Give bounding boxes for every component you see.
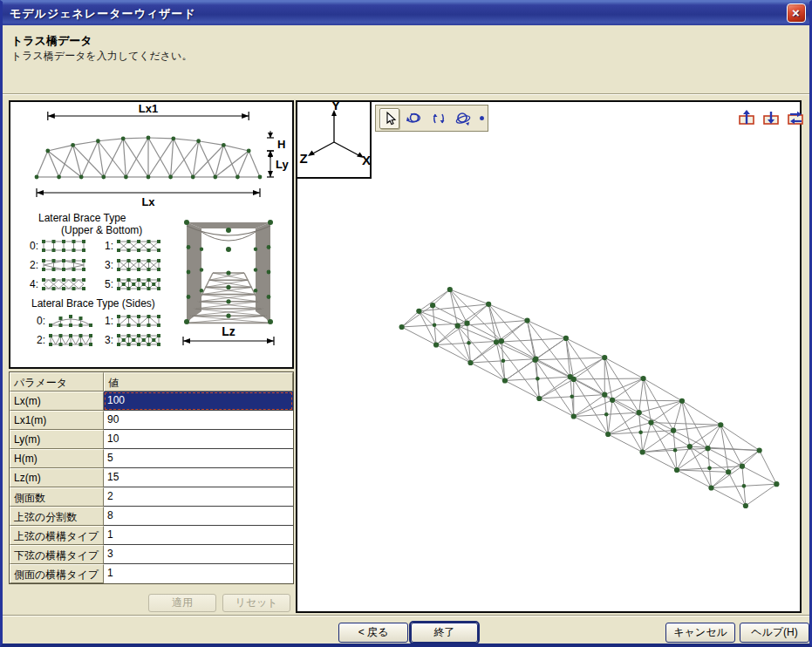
brace-type-icon: [116, 276, 161, 291]
select-cursor-button[interactable]: [379, 108, 399, 129]
page-subtitle: トラス橋データを入力してください。: [11, 49, 192, 64]
brace-type-icon: [41, 238, 86, 253]
cancel-button[interactable]: キャンセル: [665, 623, 735, 643]
wizard-header: トラス橋データ トラス橋データを入力してください。: [3, 25, 809, 95]
brace-sides-option-2: 2:: [33, 332, 93, 347]
rotate-dynamic-icon: [454, 109, 473, 128]
table-row: Lx(m)100: [10, 392, 293, 411]
svg-text:Ly: Ly: [276, 158, 289, 171]
schematic-panel: Lx1LxHLy Lateral Brace Type (Upper & Bot…: [9, 100, 294, 369]
param-label-cell[interactable]: Ly(m): [10, 430, 104, 449]
brace-option-label: 3:: [101, 259, 113, 271]
rotate-vertical-icon: [429, 109, 448, 128]
param-label-cell[interactable]: 上弦の分割数: [10, 507, 104, 526]
portal-diagram: Lz: [176, 210, 288, 350]
brace-type-icon: [48, 313, 93, 328]
param-value-cell[interactable]: 1: [104, 564, 293, 583]
param-label-cell[interactable]: 下弦の横構タイプ: [10, 545, 104, 564]
titlebar[interactable]: モデルジェネレーターウィザード ×: [3, 2, 809, 25]
cursor-icon: [382, 111, 398, 126]
param-value-cell[interactable]: 10: [104, 430, 293, 449]
svg-text:H: H: [277, 138, 285, 151]
param-value-cell[interactable]: 3: [104, 545, 293, 564]
model-viewport[interactable]: [296, 100, 802, 613]
svg-text:Z: Z: [299, 151, 307, 166]
rotate-orbit-button[interactable]: [404, 108, 424, 129]
toolbar-more-dot[interactable]: [480, 116, 484, 120]
param-label-cell[interactable]: Lx1(m): [10, 411, 104, 430]
brace-sides-option-0: 0:: [33, 313, 93, 328]
model-generator-wizard-dialog: モデルジェネレーターウィザード × トラス橋データ トラス橋データを入力してくだ…: [0, 0, 812, 647]
svg-text:Y: Y: [331, 102, 340, 112]
param-value-cell[interactable]: 5: [104, 449, 293, 468]
brace-upper-option-4: 4:: [26, 276, 86, 291]
brace-sides-option-3: 3:: [101, 332, 161, 347]
brace-option-label: 0:: [26, 240, 38, 252]
rotate-orbit-icon: [405, 109, 424, 128]
footer-divider: [3, 615, 809, 616]
param-value-cell[interactable]: 90: [104, 411, 293, 430]
apply-button[interactable]: 適用: [148, 594, 216, 612]
rotate-dynamic-button[interactable]: [454, 108, 474, 129]
brace-option-label: 1:: [101, 240, 113, 252]
bridge-3d-view: [297, 102, 800, 611]
param-value-cell[interactable]: 100: [104, 392, 293, 411]
table-row: 上弦の分割数8: [10, 507, 293, 526]
table-row: H(m)5: [10, 449, 293, 468]
brace-type-icon: [41, 276, 86, 291]
view-toolbar: [375, 105, 488, 132]
brace-type-icon: [116, 257, 161, 272]
brace-type-icon: [41, 257, 86, 272]
brace-sides-option-1: 1:: [101, 313, 161, 328]
brace-option-label: 3:: [101, 334, 113, 346]
rotate-vertical-button[interactable]: [429, 108, 449, 129]
svg-text:Lx1: Lx1: [139, 102, 158, 115]
brace-upper-option-1: 1:: [101, 238, 161, 253]
table-row: 上弦の横構タイプ1: [10, 526, 293, 545]
brace-upper-option-0: 0:: [26, 238, 86, 253]
param-label-cell[interactable]: H(m): [10, 449, 104, 468]
brace-upper-option-3: 3:: [101, 257, 161, 272]
table-row: Ly(m)10: [10, 430, 293, 449]
param-value-cell[interactable]: 8: [104, 507, 293, 526]
param-label-cell[interactable]: 側面数: [10, 487, 104, 507]
svg-text:Lz: Lz: [222, 324, 235, 338]
close-icon: ×: [792, 5, 801, 20]
table-row: 下弦の横構タイプ3: [10, 545, 293, 564]
brace-option-label: 5:: [101, 278, 113, 290]
table-row: 側面数2: [10, 487, 293, 507]
table-header-row: パラメータ 値: [10, 372, 293, 392]
brace-type-icon: [116, 313, 161, 328]
brace-type-icon: [48, 332, 93, 347]
viewport-action-icons: [738, 110, 805, 126]
elevation-diagram: Lx1LxHLy: [10, 102, 292, 208]
help-button[interactable]: ヘルプ(H): [740, 623, 809, 643]
svg-text:Lx: Lx: [141, 195, 155, 208]
table-row: Lz(m)15: [10, 468, 293, 487]
table-row: 側面の横構タイプ1: [10, 564, 293, 583]
svg-text:X: X: [362, 153, 370, 167]
back-button[interactable]: < 戻る: [338, 623, 408, 643]
brace-option-label: 0:: [33, 315, 45, 327]
brace-option-label: 1:: [101, 315, 113, 327]
brace-upper-subtitle: (Upper & Bottom): [61, 224, 142, 236]
param-label-cell[interactable]: 側面の横構タイプ: [10, 564, 104, 583]
axis-indicator: YXZ: [296, 100, 372, 179]
brace-option-label: 2:: [33, 334, 45, 346]
param-value-cell[interactable]: 2: [104, 487, 293, 507]
swap-refresh-icon[interactable]: [787, 110, 805, 126]
param-value-cell[interactable]: 15: [104, 468, 293, 487]
param-label-cell[interactable]: Lz(m): [10, 468, 104, 487]
reset-button[interactable]: リセット: [222, 594, 290, 612]
close-button[interactable]: ×: [787, 3, 806, 23]
param-value-cell[interactable]: 1: [104, 526, 293, 545]
parameter-table: パラメータ 値 Lx(m)100Lx1(m)90Ly(m)10H(m)5Lz(m…: [9, 371, 294, 584]
export-up-icon[interactable]: [738, 110, 756, 126]
param-label-cell[interactable]: 上弦の横構タイプ: [10, 526, 104, 545]
brace-option-label: 2:: [26, 259, 38, 271]
window-title: モデルジェネレーターウィザード: [10, 7, 196, 20]
finish-button[interactable]: 終了: [411, 623, 478, 643]
param-label-cell[interactable]: Lx(m): [10, 392, 104, 411]
brace-type-icon: [116, 332, 161, 347]
import-down-icon[interactable]: [762, 110, 781, 126]
